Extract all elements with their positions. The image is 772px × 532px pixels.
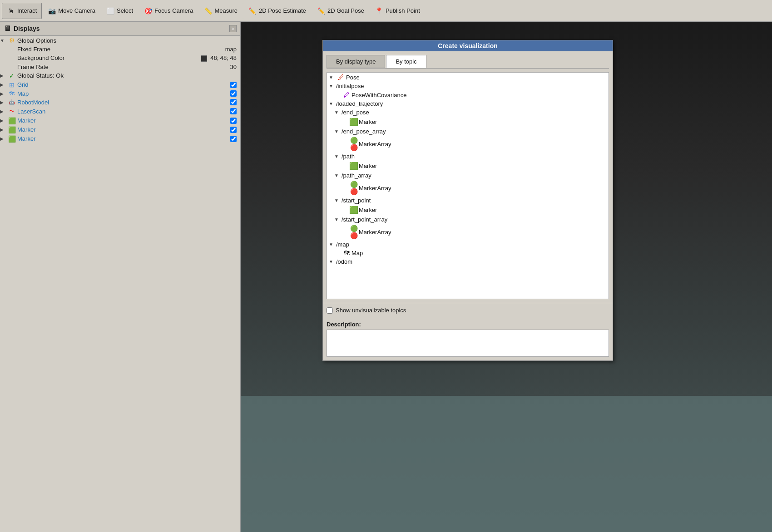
topic-path[interactable]: ▼ /path (327, 152, 609, 161)
toolbar: 🖱 Interact 📷 Move Camera ⬜ Select 🎯 Focu… (0, 0, 772, 22)
spa-arrow: ▼ (334, 217, 341, 222)
topic-initialpose[interactable]: ▼ /initialpose (327, 82, 609, 90)
laser-scan-label: LaserScan (16, 108, 227, 115)
map-checkbox[interactable] (230, 90, 237, 97)
2d-goal-pose-button[interactable]: ✏️ 2D Goal Pose (312, 3, 369, 19)
topic-end-pose[interactable]: ▼ /end_pose (327, 108, 609, 117)
marker-1-row[interactable]: ▶ 🟩 Marker (0, 116, 240, 125)
interact-button[interactable]: 🖱 Interact (2, 3, 42, 19)
dialog-title: Create visualization (438, 42, 498, 49)
frame-rate-row[interactable]: Frame Rate 30 (0, 63, 240, 71)
focus-camera-label: Focus Camera (154, 7, 193, 14)
sp-marker-label: Marker (359, 207, 607, 213)
topic-start-point-marker[interactable]: 🟩 Marker (327, 205, 609, 215)
map-row[interactable]: ▶ 🗺 Map (0, 89, 240, 98)
end-pose-marker-icon: 🟩 (349, 118, 359, 126)
path-marker-icon: 🟩 (349, 162, 359, 170)
frame-rate-value: 30 (230, 64, 240, 70)
topic-odom[interactable]: ▼ /odom (327, 257, 609, 266)
topic-end-pose-array[interactable]: ▼ /end_pose_array (327, 127, 609, 136)
topic-map[interactable]: ▼ /map (327, 240, 609, 249)
show-unvisualizable-checkbox[interactable] (327, 307, 333, 314)
topic-start-point-array[interactable]: ▼ /start_point_array (327, 215, 609, 224)
topic-tree-pose[interactable]: ▼ 🖊 Pose (327, 73, 609, 82)
topic-spa-marker[interactable]: 🟢🔴 MarkerArray (327, 224, 609, 240)
end-pose-array-label: /end_pose_array (341, 128, 607, 135)
create-visualization-dialog: Create visualization By display type By … (322, 40, 613, 361)
focus-camera-button[interactable]: 🎯 Focus Camera (139, 3, 198, 19)
background-color-row[interactable]: Background Color 48; 48; 48 (0, 54, 240, 63)
topic-end-pose-array-marker[interactable]: 🟢🔴 MarkerArray (327, 136, 609, 152)
global-options-row[interactable]: ▼ ⚙ Global Options (0, 36, 240, 45)
tab-by-topic[interactable]: By topic (386, 55, 426, 68)
2d-pose-estimate-label: 2D Pose Estimate (259, 7, 306, 14)
publish-point-label: Publish Point (386, 7, 420, 14)
fixed-frame-value: map (225, 46, 240, 53)
color-swatch (201, 55, 207, 62)
global-status-row[interactable]: ▶ ✓ Global Status: Ok (0, 71, 240, 80)
displays-label: Displays (14, 25, 40, 32)
select-icon: ⬜ (106, 7, 114, 15)
select-button[interactable]: ⬜ Select (101, 3, 138, 19)
robot-model-arrow: ▶ (0, 100, 7, 105)
background-color-numbers: 48; 48; 48 (210, 54, 237, 61)
tab-by-display-type[interactable]: By display type (327, 55, 385, 68)
end-pose-label: /end_pose (341, 109, 607, 116)
dialog-titlebar: Create visualization (323, 40, 613, 51)
epa-marker-icon: 🟢🔴 (349, 137, 359, 151)
dialog-tabs: By display type By topic (327, 55, 609, 69)
publish-point-button[interactable]: 📍 Publish Point (370, 3, 425, 19)
fixed-frame-row[interactable]: Fixed Frame map (0, 45, 240, 54)
laser-scan-icon: 〜 (7, 108, 16, 115)
end-pose-array-arrow: ▼ (334, 129, 341, 134)
map-display-label: Map (351, 250, 607, 256)
measure-button[interactable]: 📏 Measure (199, 3, 242, 19)
grid-row[interactable]: ▶ ⊞ Grid (0, 80, 240, 89)
2d-pose-estimate-icon: ✏️ (248, 7, 257, 15)
marker-2-row[interactable]: ▶ 🟩 Marker (0, 125, 240, 134)
displays-close-button[interactable]: ✕ (229, 25, 237, 32)
marker-3-checkbox[interactable] (230, 136, 237, 142)
fixed-frame-label: Fixed Frame (16, 46, 225, 53)
global-status-icon: ✓ (7, 72, 16, 79)
path-label: /path (341, 153, 607, 160)
move-camera-icon: 📷 (48, 7, 56, 15)
map-icon: 🗺 (7, 90, 16, 97)
move-camera-label: Move Camera (58, 7, 95, 14)
viz-area: rviz2 Create visualization By display ty… (241, 22, 772, 532)
displays-title: 🖥 Displays (4, 25, 40, 33)
marker-2-checkbox[interactable] (230, 127, 237, 133)
topic-pose-with-covariance[interactable]: 🖊 PoseWithCovariance (327, 90, 609, 99)
displays-header: 🖥 Displays ✕ (0, 22, 240, 36)
path-array-arrow: ▼ (334, 173, 341, 178)
grid-checkbox[interactable] (230, 82, 237, 88)
background-color-value: 48; 48; 48 (201, 54, 240, 62)
2d-pose-estimate-button[interactable]: ✏️ 2D Pose Estimate (243, 3, 311, 19)
move-camera-button[interactable]: 📷 Move Camera (43, 3, 100, 19)
topic-map-display[interactable]: 🗺 Map (327, 249, 609, 257)
robot-model-checkbox[interactable] (230, 99, 237, 105)
frame-rate-label: Frame Rate (16, 64, 230, 70)
path-arrow: ▼ (334, 154, 341, 159)
dialog-content: By display type By topic ▼ 🖊 Pose (323, 51, 613, 303)
grid-checkbox-cell (227, 82, 240, 88)
spa-label: /start_point_array (341, 216, 607, 223)
topic-path-marker[interactable]: 🟩 Marker (327, 161, 609, 171)
topic-loaded-trajectory[interactable]: ▼ /loaded_trajectory (327, 99, 609, 108)
topic-tree: ▼ 🖊 Pose ▼ /initialpose 🖊 PoseWith (327, 72, 609, 299)
map-label: Map (16, 90, 227, 97)
map-checkbox-cell (227, 90, 240, 97)
right-area: ◀ rviz2 Create visualization By display … (241, 22, 772, 532)
topic-path-array-marker[interactable]: 🟢🔴 MarkerArray (327, 180, 609, 196)
topic-start-point[interactable]: ▼ /start_point (327, 196, 609, 205)
laser-scan-row[interactable]: ▶ 〜 LaserScan (0, 107, 240, 116)
grid-label: Grid (16, 81, 227, 88)
background-color-label: Background Color (16, 54, 201, 61)
topic-path-array[interactable]: ▼ /path_array (327, 171, 609, 180)
laser-scan-checkbox[interactable] (230, 108, 237, 114)
marker-1-checkbox[interactable] (230, 118, 237, 124)
marker-3-row[interactable]: ▶ 🟩 Marker (0, 134, 240, 143)
topic-end-pose-marker[interactable]: 🟩 Marker (327, 117, 609, 127)
robot-model-row[interactable]: ▶ 🤖 RobotModel (0, 98, 240, 107)
initialpose-label: /initialpose (336, 83, 607, 89)
